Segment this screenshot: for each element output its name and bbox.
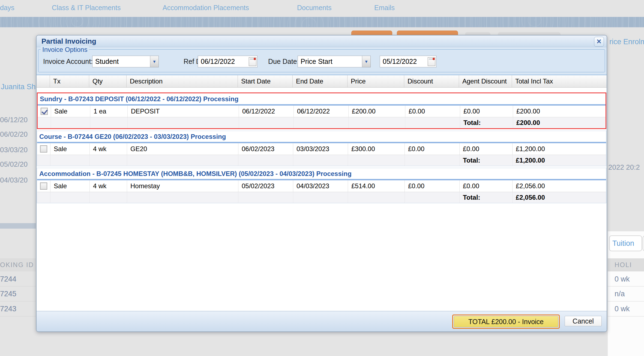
cell-end-date: 03/03/2023 [293, 143, 348, 155]
invoice-account-select[interactable]: Student ▼ [92, 56, 159, 67]
row-checkbox[interactable] [40, 145, 47, 152]
decorative-banner [0, 17, 644, 27]
total-label: Total: [460, 192, 513, 203]
background-date: 06/12/20 [0, 116, 28, 124]
student-name-link[interactable]: Juanita Sh [1, 83, 36, 91]
total-value: £1,200.00 [513, 155, 606, 166]
hidden-orange-button-top [351, 31, 392, 35]
table-row: Sale 1 ea DEPOSIT 06/12/2022 06/12/2022 … [38, 106, 606, 117]
cell-tx: Sale [50, 143, 90, 155]
nav-item-accommodation-placements[interactable]: Accommodation Placements [163, 4, 249, 12]
background-timestamp: 2022 20:2 [608, 163, 640, 172]
cell-discount: £0.00 [405, 143, 460, 155]
reprice-enrolment-button-fragment[interactable]: rice Enrolme [609, 38, 644, 46]
row-separator [608, 301, 644, 301]
fieldset-legend: Invoice Options [41, 46, 89, 53]
due-date-label: Due Date: [268, 56, 299, 67]
column-header-qty: Qty [89, 75, 127, 87]
column-header-description: Description [127, 75, 238, 87]
calendar-icon[interactable] [428, 57, 435, 66]
hidden-tab-top [465, 32, 490, 35]
cell-total-incl-tax: £200.00 [513, 106, 606, 117]
holidays-column-header: HOLI [608, 258, 644, 271]
background-date: 06/02/20 [0, 130, 28, 139]
row-separator [0, 301, 36, 301]
total-label: Total: [460, 117, 513, 128]
booking-id-cell[interactable]: 7244 [0, 275, 16, 283]
row-checkbox[interactable] [40, 183, 47, 190]
dialog-header: Partial Invoicing ✕ [37, 35, 607, 47]
background-right-strip: rice Enrolme 2022 20:2 Tuition HOLI 0 wk… [608, 27, 644, 356]
background-date: 05/02/20 [0, 160, 28, 169]
booking-id-cell[interactable]: 7243 [0, 305, 16, 313]
cell-discount: £0.00 [405, 106, 460, 117]
partial-invoicing-dialog: Partial Invoicing ✕ Invoice Options Invo… [36, 35, 607, 332]
column-header-price: Price [348, 75, 404, 87]
cell-qty: 1 ea [90, 106, 128, 117]
cell-total-incl-tax: £1,200.00 [513, 143, 606, 155]
cell-end-date: 06/12/2022 [294, 106, 349, 117]
column-header-end-date: End Date [293, 75, 348, 87]
chevron-down-icon[interactable]: ▼ [150, 56, 158, 67]
total-value: £2,056.00 [513, 192, 606, 203]
cell-price: £514.00 [348, 180, 405, 192]
invoice-total-button[interactable]: TOTAL £200.00 - Invoice [454, 316, 558, 327]
column-header-total-incl-tax: Total Incl Tax [512, 75, 607, 87]
booking-id-cell[interactable]: 7245 [0, 290, 16, 298]
tuition-button[interactable]: Tuition [609, 235, 642, 251]
dialog-footer: TOTAL £200.00 - Invoice Cancel [37, 311, 607, 331]
cancel-button[interactable]: Cancel [565, 316, 602, 326]
total-value: £200.00 [513, 117, 606, 128]
column-header-start-date: Start Date [238, 75, 293, 87]
background-date: 04/03/20 [0, 176, 28, 184]
nav-item-emails[interactable]: Emails [374, 4, 395, 12]
cell-description: Homestay [127, 180, 238, 192]
row-checkbox[interactable] [41, 108, 48, 115]
cell-tx: Sale [51, 106, 90, 117]
cell-start-date: 05/02/2023 [238, 180, 293, 192]
background-left-strip: Juanita Sh 06/12/20 06/02/20 03/03/20 05… [0, 27, 36, 356]
invoice-account-value: Student [95, 56, 150, 67]
group-title: Accommodation - B-07245 HOMESTAY (HOMB&B… [37, 168, 606, 179]
cell-start-date: 06/12/2022 [239, 106, 294, 117]
nav-item-documents[interactable]: Documents [297, 4, 331, 12]
row-separator [608, 286, 644, 286]
ref-date-value: 06/12/2022 [201, 56, 235, 67]
holidays-cell: n/a [615, 290, 625, 298]
group-title: Course - B-07244 GE20 (06/02/2023 - 03/0… [37, 131, 606, 142]
invoice-options-fieldset: Invoice Options Invoice Account: Student… [38, 49, 605, 72]
cell-start-date: 06/02/2023 [238, 143, 293, 155]
background-date: 03/03/20 [0, 146, 28, 154]
cell-total-incl-tax: £2,056.00 [513, 180, 606, 192]
table-row: Sale 4 wk GE20 06/02/2023 03/03/2023 £30… [37, 143, 606, 155]
ref-date-input[interactable]: 06/12/2022 [198, 56, 257, 67]
group-title: Sundry - B-07243 DEPOSIT (06/12/2022 - 0… [38, 93, 606, 104]
row-separator [0, 316, 36, 316]
column-header-discount: Discount [404, 75, 459, 87]
nav-item-days[interactable]: days [0, 4, 14, 12]
group-total-row: Total: £2,056.00 [37, 192, 606, 203]
hidden-tab-top [498, 32, 561, 35]
cell-qty: 4 wk [90, 180, 127, 192]
row-separator [0, 286, 36, 286]
hidden-button-fragment[interactable] [643, 235, 644, 251]
nav-item-class-it-placements[interactable]: Class & IT Placements [52, 4, 121, 12]
row-separator [608, 316, 644, 316]
hidden-orange-button-top [397, 31, 458, 35]
cell-description: GE20 [127, 143, 238, 155]
due-date-input[interactable]: 05/12/2022 [380, 56, 436, 67]
invoice-group-course: Course - B-07244 GE20 (06/02/2023 - 03/0… [37, 131, 606, 166]
chevron-down-icon[interactable]: ▼ [362, 56, 370, 67]
cell-end-date: 04/03/2023 [293, 180, 348, 192]
holidays-cell: 0 wk [615, 275, 630, 283]
close-button[interactable]: ✕ [594, 37, 604, 47]
cell-agent-discount: £0.00 [460, 180, 513, 192]
due-date-type-select[interactable]: Price Start ▼ [298, 56, 371, 67]
column-header-agent-discount: Agent Discount [459, 75, 512, 87]
cell-price: £200.00 [349, 106, 405, 117]
holidays-cell: 0 wk [615, 305, 630, 313]
invoice-table-body: Sundry - B-07243 DEPOSIT (06/12/2022 - 0… [37, 88, 607, 311]
invoice-group-sundry: Sundry - B-07243 DEPOSIT (06/12/2022 - 0… [37, 92, 606, 129]
calendar-icon[interactable] [249, 57, 256, 66]
invoice-options-section: Invoice Options Invoice Account: Student… [37, 47, 607, 74]
